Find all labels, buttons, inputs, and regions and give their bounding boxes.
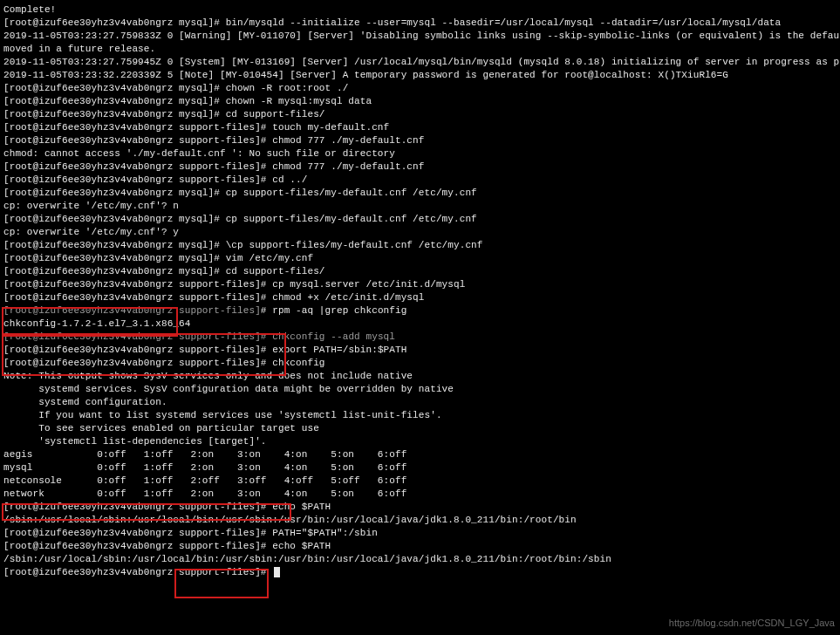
prompt: [root@izuf6ee30yhz3v4vab0ngrz support-fi… (3, 528, 261, 538)
terminal-line: /sbin:/usr/local/sbin:/usr/local/bin:/us… (3, 553, 837, 566)
terminal-line: mysql 0:off 1:off 2:on 3:on 4:on 5:on 6:… (3, 461, 837, 475)
terminal-line: [root@izuf6ee30yhz3v4vab0ngrz support-fi… (3, 291, 837, 304)
terminal-line: [root@izuf6ee30yhz3v4vab0ngrz support-fi… (3, 121, 837, 134)
terminal-line: [root@izuf6ee30yhz3v4vab0ngrz mysql]# vi… (3, 252, 837, 265)
terminal-line: [root@izuf6ee30yhz3v4vab0ngrz support-fi… (3, 174, 837, 187)
terminal-line: [root@izuf6ee30yhz3v4vab0ngrz support-fi… (3, 357, 837, 370)
terminal-line: [root@izuf6ee30yhz3v4vab0ngrz support-fi… (3, 540, 837, 553)
terminal-line: If you want to list systemd services use… (3, 409, 837, 422)
terminal-line: 2019-11-05T03:23:27.759833Z 0 [Warning] … (3, 30, 837, 43)
terminal-line: [root@izuf6ee30yhz3v4vab0ngrz support-fi… (3, 344, 837, 357)
highlight-text: chkconfig (3, 318, 56, 329)
terminal-line: chkconfig-1.7.2-1.el7_3.1.x86_64 (3, 318, 837, 331)
terminal-line: [root@izuf6ee30yhz3v4vab0ngrz mysql]# cp… (3, 187, 837, 200)
prompt: [root@izuf6ee30yhz3v4vab0ngrz support-fi… (3, 358, 261, 368)
terminal-line: /sbin:/usr/local/sbin:/usr/local/bin:/us… (3, 514, 837, 527)
prompt: [root@izuf6ee30yhz3v4vab0ngrz support-fi… (3, 541, 261, 551)
terminal-line: [root@izuf6ee30yhz3v4vab0ngrz mysql]# \c… (3, 239, 837, 252)
terminal-line: moved in a future release. (3, 43, 837, 56)
cursor-icon (274, 567, 280, 577)
command: # chkconfig --add mysql (261, 331, 395, 342)
command: # rpm -aq |grep chkconfig (261, 305, 407, 316)
command: # PATH="$PATH":/sbin (261, 528, 378, 538)
terminal-line: [root@izuf6ee30yhz3v4vab0ngrz mysql]# ch… (3, 82, 837, 95)
terminal-line: aegis 0:off 1:off 2:on 3:on 4:on 5:on 6:… (3, 448, 837, 461)
terminal-line: [root@izuf6ee30yhz3v4vab0ngrz mysql]# cd… (3, 265, 837, 278)
terminal-line: [root@izuf6ee30yhz3v4vab0ngrz support-fi… (3, 501, 837, 514)
terminal-line: [root@izuf6ee30yhz3v4vab0ngrz mysql]# bi… (3, 17, 837, 30)
terminal-line: 'systemctl list-dependencies [target]'. (3, 435, 837, 448)
terminal-line: cp: overwrite '/etc/my.cnf'? y (3, 226, 837, 239)
terminal-line: [root@izuf6ee30yhz3v4vab0ngrz support-fi… (3, 134, 837, 147)
watermark: https://blog.csdn.net/CSDN_LGY_Java (669, 617, 835, 630)
terminal-line: [root@izuf6ee30yhz3v4vab0ngrz support-fi… (3, 160, 837, 174)
text: -1.7.2-1.el7_3.1.x86_64 (56, 318, 190, 329)
command: # export PATH=/sbin:$PATH (261, 345, 407, 355)
terminal-line: [root@izuf6ee30yhz3v4vab0ngrz support-fi… (3, 304, 837, 318)
terminal-line: 2019-11-05T03:23:32.220339Z 5 [Note] [MY… (3, 69, 837, 82)
terminal-line: netconsole 0:off 1:off 2:off 3:off 4:off… (3, 475, 837, 488)
prompt: [root@izuf6ee30yhz3v4vab0ngrz support-fi… (3, 331, 261, 342)
terminal-line: systemd configuration. (3, 396, 837, 409)
terminal-line: [root@izuf6ee30yhz3v4vab0ngrz support-fi… (3, 278, 837, 291)
terminal-line: [root@izuf6ee30yhz3v4vab0ngrz mysql]# ch… (3, 95, 837, 108)
terminal-line[interactable]: [root@izuf6ee30yhz3v4vab0ngrz support-fi… (3, 566, 837, 579)
terminal-line: [root@izuf6ee30yhz3v4vab0ngrz mysql]# cd… (3, 108, 837, 121)
command: # echo $PATH (261, 541, 331, 551)
terminal-line: 2019-11-05T03:23:27.759945Z 0 [System] [… (3, 56, 837, 69)
prompt: [root@izuf6ee30yhz3v4vab0ngrz support-fi… (3, 305, 261, 316)
terminal-line: cp: overwrite '/etc/my.cnf'? n (3, 200, 837, 213)
terminal-line: chmod: cannot access './my-default.cnf '… (3, 147, 837, 160)
prompt-current: [root@izuf6ee30yhz3v4vab0ngrz support-fi… (3, 567, 272, 577)
command: # chkconfig (261, 358, 325, 368)
terminal-line: [root@izuf6ee30yhz3v4vab0ngrz mysql]# cp… (3, 213, 837, 226)
terminal-line: [root@izuf6ee30yhz3v4vab0ngrz support-fi… (3, 331, 837, 344)
terminal-line: To see services enabled on particular ta… (3, 422, 837, 435)
terminal-line: network 0:off 1:off 2:on 3:on 4:on 5:on … (3, 488, 837, 501)
terminal-line: [root@izuf6ee30yhz3v4vab0ngrz support-fi… (3, 527, 837, 540)
terminal-line: Complete! (3, 3, 837, 17)
terminal-line: Note: This output shows SysV services on… (3, 370, 837, 383)
terminal-line: systemd services. SysV configuration dat… (3, 383, 837, 396)
prompt: [root@izuf6ee30yhz3v4vab0ngrz support-fi… (3, 345, 261, 355)
